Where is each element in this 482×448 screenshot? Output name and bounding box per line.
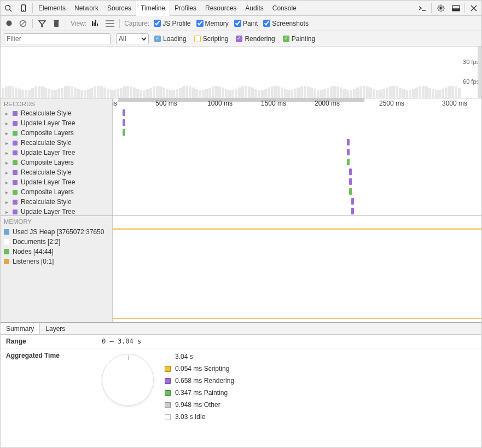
tab-audits[interactable]: Audits [241, 1, 268, 16]
search-icon[interactable] [1, 4, 16, 12]
view-tree-icon[interactable] [105, 20, 115, 27]
record-item[interactable]: ▸Update Layer Tree [4, 207, 109, 216]
tab-resources[interactable]: Resources [201, 1, 241, 16]
svg-rect-22 [106, 26, 114, 27]
record-item[interactable]: ▸Composite Layers [4, 128, 109, 138]
ruler-tick: 3000 ms [442, 100, 467, 107]
total-time: 3.04 s [175, 353, 193, 360]
record-item[interactable]: ▸Update Layer Tree [4, 177, 109, 187]
bottom-tab-bar: SummaryLayers [1, 323, 481, 335]
close-icon[interactable] [466, 5, 481, 11]
record-item[interactable]: ▸Update Layer Tree [4, 148, 109, 158]
memory-chart[interactable] [113, 216, 481, 322]
flame-event[interactable] [123, 119, 125, 126]
filter-input[interactable] [4, 33, 111, 44]
ruler-tick: 1500 ms [261, 100, 286, 107]
capture-paint[interactable]: Paint [234, 20, 258, 27]
flame-event[interactable] [351, 198, 354, 205]
category-loading[interactable]: ✓Loading [154, 35, 187, 43]
ruler-tick: ms [113, 100, 117, 107]
garbage-icon[interactable] [51, 20, 61, 27]
svg-rect-15 [54, 20, 59, 21]
flame-event[interactable] [349, 188, 352, 195]
record-item[interactable]: ▸Recalculate Style [4, 138, 109, 148]
aggregated-key: Aggregated Time [6, 352, 91, 444]
flame-event[interactable] [351, 208, 354, 214]
bottom-tab-layers[interactable]: Layers [40, 323, 71, 334]
legend-row: 0.347 ms Painting [165, 389, 234, 397]
records-sidebar: RECORDS ▸Recalculate Style▸Update Layer … [1, 98, 113, 216]
flame-event[interactable] [123, 129, 125, 136]
fps-30-label: 30 fps [463, 59, 479, 65]
legend-row: 0.054 ms Scripting [165, 365, 234, 373]
svg-rect-19 [97, 24, 98, 26]
range-key: Range [1, 335, 96, 348]
capture-label: Capture: [124, 20, 149, 27]
category-scripting[interactable]: Scripting [194, 35, 229, 43]
tab-profiles[interactable]: Profiles [170, 1, 201, 16]
overview-pane[interactable]: 30 fps 60 fps [1, 46, 481, 98]
memory-item[interactable]: Nodes [44:44] [4, 247, 109, 257]
flame-event[interactable] [347, 159, 350, 165]
flame-event[interactable] [347, 139, 350, 146]
time-ruler[interactable]: ms500 ms1000 ms1500 ms2000 ms2500 ms3000… [113, 98, 481, 108]
flame-chart[interactable]: ms500 ms1000 ms1500 ms2000 ms2500 ms3000… [113, 98, 481, 216]
category-painting[interactable]: ✓Painting [283, 35, 315, 43]
legend-row: 0.658 ms Rendering [165, 377, 234, 385]
record-item[interactable]: ▸Recalculate Style [4, 197, 109, 207]
flame-event[interactable] [349, 178, 352, 185]
tab-network[interactable]: Network [70, 1, 103, 16]
dock-icon[interactable] [448, 5, 463, 11]
svg-point-10 [6, 21, 11, 26]
filter-funnel-icon[interactable] [37, 20, 47, 27]
tab-sources[interactable]: Sources [103, 1, 136, 16]
memory-item[interactable]: Listeners [0:1] [4, 257, 109, 266]
filter-select[interactable]: All [116, 33, 149, 44]
view-flame-icon[interactable] [91, 20, 101, 27]
timeline-toolbar: View: Capture: JS ProfileMemoryPaintScre… [1, 16, 481, 31]
record-item[interactable]: ▸Recalculate Style [4, 108, 109, 118]
tab-timeline[interactable]: Timeline [136, 1, 170, 16]
settings-gear-icon[interactable] [433, 4, 448, 12]
category-rendering[interactable]: ✓Rendering [236, 35, 275, 43]
svg-rect-17 [94, 22, 95, 26]
memory-title: MEMORY [1, 216, 112, 226]
legend-row: 3.03 s Idle [165, 413, 234, 421]
device-icon[interactable] [16, 4, 31, 12]
flame-event[interactable] [347, 149, 350, 155]
svg-rect-18 [95, 20, 96, 26]
svg-rect-14 [54, 21, 59, 27]
ruler-tick: 1000 ms [207, 100, 233, 107]
filter-bar: All ✓LoadingScripting✓Rendering✓Painting [1, 31, 481, 46]
record-item[interactable]: ▸Recalculate Style [4, 167, 109, 177]
tab-console[interactable]: Console [268, 1, 301, 16]
memory-item[interactable]: Documents [2:2] [4, 237, 109, 247]
tab-elements[interactable]: Elements [34, 1, 70, 16]
svg-rect-20 [106, 20, 114, 21]
legend-row: 9.948 ms Other [165, 401, 234, 409]
svg-rect-21 [106, 23, 114, 24]
range-value: 0 — 3.04 s [96, 335, 147, 348]
ruler-tick: 2000 ms [315, 100, 340, 107]
capture-jsprofile[interactable]: JS Profile [154, 20, 190, 27]
bottom-tab-summary[interactable]: Summary [1, 323, 40, 334]
console-drawer-icon[interactable] [415, 5, 430, 11]
svg-line-12 [21, 21, 25, 26]
flame-event[interactable] [123, 109, 125, 116]
svg-rect-16 [92, 21, 93, 26]
record-icon[interactable] [4, 20, 14, 27]
clear-icon[interactable] [18, 20, 28, 27]
time-pie-chart [102, 354, 154, 406]
summary-pane: Range 0 — 3.04 s Aggregated Time 3.04 s … [1, 335, 481, 447]
memory-item[interactable]: Used JS Heap [3765072:37650 [4, 227, 109, 237]
record-item[interactable]: ▸Composite Layers [4, 187, 109, 197]
ruler-tick: 500 ms [155, 100, 177, 107]
capture-memory[interactable]: Memory [196, 20, 229, 27]
flame-event[interactable] [349, 168, 352, 175]
record-item[interactable]: ▸Update Layer Tree [4, 118, 109, 128]
view-label: View: [71, 20, 86, 27]
capture-screenshots[interactable]: Screenshots [263, 20, 309, 27]
svg-rect-7 [452, 8, 459, 10]
record-item[interactable]: ▸Composite Layers [4, 158, 109, 167]
overview-scrollbar[interactable] [478, 46, 481, 98]
